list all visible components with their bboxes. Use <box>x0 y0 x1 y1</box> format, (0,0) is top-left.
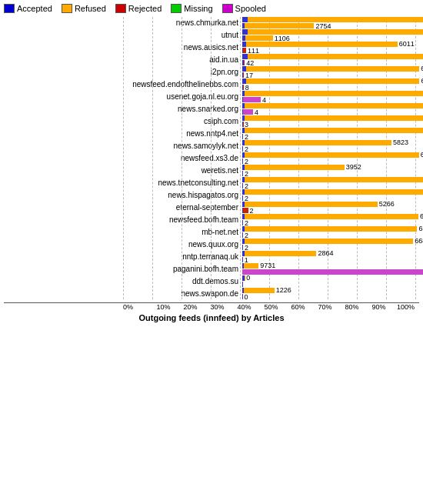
bar-row: i2pn.org688217 <box>123 66 419 78</box>
bar-value-refused: 5823 <box>393 139 408 146</box>
bar-value-refused2: 2754 <box>315 22 331 30</box>
bar-group: 90644 <box>242 91 423 102</box>
x-axis-label: 80% <box>338 303 365 311</box>
bar-group: 12260 <box>242 288 419 299</box>
x-axis-label: 30% <box>204 303 231 311</box>
bar-row: news.swapon.de12260 <box>123 288 419 299</box>
bar-label: news.nntp4.net <box>123 129 242 139</box>
bar-label: ddt.demos.su <box>123 277 242 286</box>
bar-value-rejected: 2 <box>245 244 248 252</box>
bar-label: weretis.net <box>123 166 242 175</box>
bar-label: utnut <box>123 31 242 40</box>
bar-label: news.snarked.org <box>123 105 242 114</box>
bar-segment <box>245 115 423 121</box>
bar-group: 115164 <box>242 103 423 115</box>
bar-value-spooled: 4 <box>262 96 266 104</box>
bar-segment <box>248 17 423 22</box>
bar-row: news.ausics.net6011111 <box>123 42 419 53</box>
bar-group: 71001106 <box>242 29 423 41</box>
bar-value-refused: 3952 <box>346 164 361 171</box>
bar-value-rejected: 2 <box>245 182 248 190</box>
bar-segment <box>242 269 423 275</box>
bar-segment <box>245 23 314 28</box>
bar-segment <box>245 189 423 195</box>
x-axis-label: 40% <box>231 303 258 311</box>
bar-segment <box>245 35 273 41</box>
bar-segment <box>243 109 253 115</box>
bar-row: newsfeed.endofthelinebbs.com68858 <box>123 78 419 90</box>
bar-row: aid.in.ua709342 <box>123 54 419 65</box>
bar-row: news.quux.org66872 <box>123 239 419 250</box>
bar-value-rejected: 2 <box>245 145 248 153</box>
chart-body: news.chmurka.net69652754utnut71001106new… <box>4 17 419 299</box>
bar-group: 709342 <box>242 54 423 65</box>
x-axis-label: 10% <box>150 303 177 311</box>
bar-group: 52662 <box>242 202 419 213</box>
bar-row: ddt.demos.su0 <box>123 275 419 287</box>
bar-group: 0 <box>242 275 419 287</box>
bar-value-rejected: 1 <box>245 256 248 264</box>
legend-item-accepted: Accepted <box>4 4 52 13</box>
bar-segment <box>243 72 244 78</box>
bar-row: usenet.goja.nl.eu.org90644 <box>123 91 419 102</box>
bar-row: news.nntp4.net71822 <box>123 128 419 139</box>
bar-value-rejected: 111 <box>248 47 259 55</box>
bar-label: news.quux.org <box>123 240 242 249</box>
bar-value-refused: 6842 <box>418 225 423 232</box>
bar-group: 70873 <box>242 115 423 127</box>
bar-group: 97310 <box>242 263 423 275</box>
bar-label: newsfeed.xs3.de <box>123 154 242 163</box>
bar-segment <box>243 48 246 53</box>
bar-value-rejected: 2 <box>245 158 248 165</box>
bar-segment <box>245 165 344 170</box>
bar-value-rejected: 2 <box>245 195 248 202</box>
bar-label: eternal-september <box>123 203 242 212</box>
bar-segment <box>245 226 417 232</box>
bar-label: news.ausics.net <box>123 43 242 52</box>
bar-segment <box>245 152 418 158</box>
bar-row: news.chmurka.net69652754 <box>123 17 419 28</box>
bar-row: nntp.terranaq.uk28641 <box>123 251 419 262</box>
bar-row: mb-net.net68422 <box>123 226 419 238</box>
chart-container: AcceptedRefusedRejectedMissingSpooled ne… <box>0 0 423 504</box>
bar-value-spooled: 4 <box>255 108 258 116</box>
bar-label: mb-net.net <box>123 228 242 237</box>
bar-group: 39522 <box>242 165 419 176</box>
chart-title: Outgoing feeds (innfeed) by Articles <box>4 313 419 322</box>
bar-label: i2pn.org <box>123 68 242 77</box>
x-axis: 0%10%20%30%40%50%60%70%80%90%100% <box>4 302 419 311</box>
bar-value-rejected: 3 <box>245 121 248 129</box>
bar-value-rejected: 42 <box>246 59 254 67</box>
bar-segment <box>245 214 418 219</box>
bar-segment <box>245 202 378 207</box>
bar-value-rejected: 2 <box>245 219 248 227</box>
bar-row: csiph.com70873 <box>123 115 419 127</box>
bar-group: 71822 <box>242 128 423 139</box>
bar-value-refused: 6011 <box>399 41 415 48</box>
bar-segment <box>245 103 423 108</box>
bar-segment <box>245 251 317 256</box>
bar-label: csiph.com <box>123 117 242 126</box>
bar-row: news.tnetconsulting.net70922 <box>123 177 419 189</box>
bar-segment <box>245 177 423 182</box>
bar-group: 68858 <box>242 78 423 90</box>
bar-group: 28641 <box>242 251 419 262</box>
bar-row: weretis.net39522 <box>123 165 419 176</box>
bar-segment <box>245 239 413 244</box>
bar-segment <box>246 42 398 47</box>
bar-group: 6011111 <box>242 42 419 53</box>
bar-segment <box>246 66 419 72</box>
bar-label: paganini.bofh.team <box>123 265 242 274</box>
bar-label: newsfeed.endofthelinebbs.com <box>123 80 242 89</box>
bar-segment <box>244 263 259 269</box>
legend: AcceptedRefusedRejectedMissingSpooled <box>4 4 419 13</box>
bar-value-2: 0 <box>244 293 248 301</box>
bar-value-refused: 6911 <box>421 152 423 159</box>
x-axis-label: 50% <box>258 303 285 311</box>
bar-group: 70922 <box>242 177 423 189</box>
bar-group: 68882 <box>242 214 423 225</box>
bar-segment <box>242 29 248 35</box>
bar-label: nntp.terranaq.uk <box>123 252 242 262</box>
bar-row: news.snarked.org115164 <box>123 103 419 115</box>
bar-group: 66872 <box>242 239 423 250</box>
